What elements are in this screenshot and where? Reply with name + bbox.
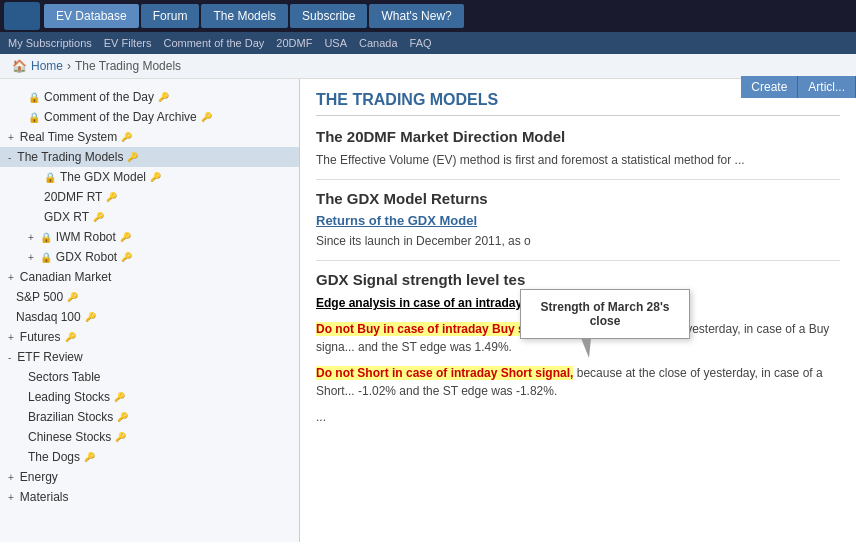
expand-icon-rts: + — [8, 132, 14, 143]
top-navigation: EV Database Forum The Models Subscribe W… — [0, 0, 856, 32]
sidebar-item-gdx-robot[interactable]: + 🔒 GDX Robot 🔑 — [0, 247, 299, 267]
callout-line2: close — [590, 314, 621, 328]
nav-ev-database[interactable]: EV Database — [44, 4, 139, 28]
lock-icon-gdxr: 🔒 — [40, 252, 52, 263]
lock-icon-gdx: 🔒 — [44, 172, 56, 183]
sidebar-item-trading-models[interactable]: - The Trading Models 🔑 — [0, 147, 299, 167]
home-icon: 🏠 — [12, 59, 27, 73]
sidebar-item-leading-stocks[interactable]: Leading Stocks 🔑 — [0, 387, 299, 407]
expand-icon-fut: + — [8, 332, 14, 343]
section2-text: Since its launch in December 2011, as o — [316, 232, 840, 250]
key-icon-chin: 🔑 — [115, 432, 126, 442]
section2-title: The GDX Model Returns — [316, 190, 840, 207]
sidebar-item-energy[interactable]: + Energy — [0, 467, 299, 487]
section1-title: The 20DMF Market Direction Model — [316, 128, 840, 145]
key-icon-0: 🔑 — [158, 92, 169, 102]
expand-icon-gdxr: + — [28, 252, 34, 263]
sidebar-item-chinese-stocks[interactable]: Chinese Stocks 🔑 — [0, 427, 299, 447]
sidebar-item-20dmf-rt[interactable]: 20DMF RT 🔑 — [0, 187, 299, 207]
nav-subscribe[interactable]: Subscribe — [290, 4, 367, 28]
breadcrumb-current: The Trading Models — [75, 59, 181, 73]
secondary-navigation: My Subscriptions EV Filters Comment of t… — [0, 32, 856, 54]
sidebar-item-comment-archive[interactable]: 🔒 Comment of the Day Archive 🔑 — [0, 107, 299, 127]
sec-nav-subscriptions[interactable]: My Subscriptions — [8, 37, 92, 49]
nav-forum[interactable]: Forum — [141, 4, 200, 28]
sidebar-item-the-dogs[interactable]: The Dogs 🔑 — [0, 447, 299, 467]
divider1 — [316, 179, 840, 180]
divider2 — [316, 260, 840, 261]
expand-icon-tm: - — [8, 152, 11, 163]
key-icon-fut: 🔑 — [65, 332, 76, 342]
key-icon-gdx: 🔑 — [150, 172, 161, 182]
sec-nav-ev-filters[interactable]: EV Filters — [104, 37, 152, 49]
sec-nav-canada[interactable]: Canada — [359, 37, 398, 49]
lock-icon-iwm: 🔒 — [40, 232, 52, 243]
main-content: THE TRADING MODELS The 20DMF Market Dire… — [300, 79, 856, 542]
expand-icon-etf: - — [8, 352, 11, 363]
callout-tooltip: Strength of March 28's close — [520, 289, 690, 339]
sidebar-item-real-time-system[interactable]: + Real Time System 🔑 — [0, 127, 299, 147]
key-icon-iwm: 🔑 — [120, 232, 131, 242]
section2-subtitle[interactable]: Returns of the GDX Model — [316, 213, 840, 228]
sidebar-item-sp500[interactable]: S&P 500 🔑 — [0, 287, 299, 307]
lock-icon-archive: 🔒 — [28, 112, 40, 123]
key-icon-sp500: 🔑 — [67, 292, 78, 302]
expand-icon-can: + — [8, 272, 14, 283]
sidebar-item-sectors-table[interactable]: Sectors Table — [0, 367, 299, 387]
sidebar: 🔒 Comment of the Day 🔑 🔒 Comment of the … — [0, 79, 300, 542]
sidebar-item-brazilian-stocks[interactable]: Brazilian Stocks 🔑 — [0, 407, 299, 427]
sec-nav-usa[interactable]: USA — [324, 37, 347, 49]
key-icon-1: 🔑 — [201, 112, 212, 122]
lock-icon: 🔒 — [28, 92, 40, 103]
section3-ellipsis: ... — [316, 408, 840, 426]
sidebar-item-canadian-market[interactable]: + Canadian Market — [0, 267, 299, 287]
key-icon-dogs: 🔑 — [84, 452, 95, 462]
breadcrumb-separator: › — [67, 59, 71, 73]
sidebar-item-gdx-model[interactable]: 🔒 The GDX Model 🔑 — [0, 167, 299, 187]
site-logo — [4, 2, 40, 30]
breadcrumb-home[interactable]: Home — [31, 59, 63, 73]
expand-icon-iwm: + — [28, 232, 34, 243]
sidebar-item-gdx-rt[interactable]: GDX RT 🔑 — [0, 207, 299, 227]
main-layout: 🔒 Comment of the Day 🔑 🔒 Comment of the … — [0, 79, 856, 542]
page-title: THE TRADING MODELS — [316, 91, 840, 116]
key-icon-nas: 🔑 — [85, 312, 96, 322]
nav-the-models[interactable]: The Models — [201, 4, 288, 28]
key-icon-2: 🔑 — [121, 132, 132, 142]
sidebar-item-materials[interactable]: + Materials — [0, 487, 299, 507]
nav-whats-new[interactable]: What's New? — [369, 4, 463, 28]
expand-icon-energy: + — [8, 472, 14, 483]
expand-icon-mat: + — [8, 492, 14, 503]
key-icon-20dmf: 🔑 — [106, 192, 117, 202]
sidebar-item-etf-review[interactable]: - ETF Review — [0, 347, 299, 367]
sec-nav-faq[interactable]: FAQ — [410, 37, 432, 49]
key-icon-gdxr: 🔑 — [121, 252, 132, 262]
sidebar-item-futures[interactable]: + Futures 🔑 — [0, 327, 299, 347]
section3-title: GDX Signal strength level tes — [316, 271, 840, 288]
key-icon-gdx-rt: 🔑 — [93, 212, 104, 222]
key-icon-braz: 🔑 — [117, 412, 128, 422]
section1-text: The Effective Volume (EV) method is firs… — [316, 151, 840, 169]
sec-nav-20dmf[interactable]: 20DMF — [276, 37, 312, 49]
sidebar-item-iwm-robot[interactable]: + 🔒 IWM Robot 🔑 — [0, 227, 299, 247]
key-icon-lead: 🔑 — [114, 392, 125, 402]
sec-nav-comment-of-day[interactable]: Comment of the Day — [163, 37, 264, 49]
sidebar-item-comment-of-day[interactable]: 🔒 Comment of the Day 🔑 — [0, 87, 299, 107]
section3-line2: Do not Short in case of intraday Short s… — [316, 364, 840, 400]
callout-line1: Strength of March 28's — [541, 300, 670, 314]
breadcrumb: 🏠 Home › The Trading Models Create Artic… — [0, 54, 856, 79]
line2-highlight: Do not Short in case of intraday Short s… — [316, 366, 573, 380]
sidebar-item-nasdaq100[interactable]: Nasdaq 100 🔑 — [0, 307, 299, 327]
key-icon-3: 🔑 — [127, 152, 138, 162]
